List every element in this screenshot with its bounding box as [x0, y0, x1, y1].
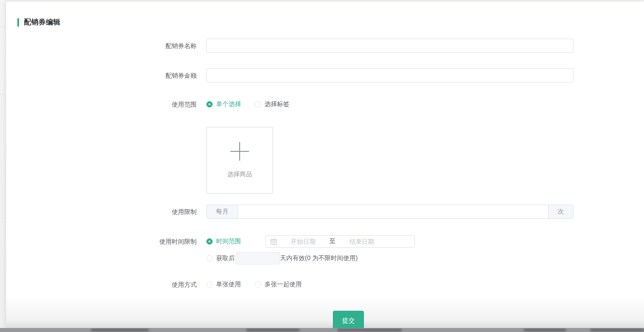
radio-unchecked-icon — [255, 281, 261, 288]
coupon-name-label: 配销券名称 — [6, 39, 202, 53]
date-range-separator: 至 — [329, 237, 336, 245]
radio-single-select[interactable]: 单个选择 — [206, 100, 241, 108]
date-range-picker[interactable]: 至 — [265, 235, 415, 248]
radio-single-select-label: 单个选择 — [216, 100, 241, 108]
radio-unchecked-icon — [206, 281, 213, 288]
time-limit-label: 使用时间限制 — [6, 235, 202, 248]
usage-method-label: 使用方式 — [6, 279, 202, 290]
coupon-amount-label: 配销券金额 — [6, 68, 202, 83]
blurred-content — [337, 329, 402, 331]
blurred-content — [524, 329, 566, 331]
end-date-input[interactable] — [336, 238, 388, 245]
select-product-label: 选择商品 — [227, 170, 252, 178]
radio-time-range[interactable]: 时间范围 — [206, 237, 241, 245]
radio-checked-icon — [206, 101, 213, 107]
radio-days-after-label: 获取后 — [216, 254, 235, 262]
select-product-box[interactable]: 选择商品 — [206, 127, 273, 194]
page-title-text: 配销券编辑 — [24, 18, 61, 27]
coupon-amount-row: 配销券金额 — [6, 68, 644, 83]
radio-select-tag[interactable]: 选择标签 — [255, 100, 289, 108]
radio-unchecked-icon — [206, 255, 213, 261]
usage-limit-label: 使用限制 — [6, 205, 202, 219]
collapsed-sidebar-strip — [0, 0, 6, 332]
coupon-name-input[interactable] — [206, 39, 573, 53]
time-limit-row: 使用时间限制 时间范围 至 — [6, 235, 644, 265]
usage-limit-input[interactable] — [237, 205, 549, 219]
valid-days-suffix: 天内有效(0 为不限时间使用) — [280, 254, 358, 262]
coupon-amount-input[interactable] — [206, 68, 573, 83]
blurred-content — [590, 329, 644, 331]
product-picker-row: 选择商品 — [6, 127, 644, 194]
divider — [0, 94, 6, 95]
coupon-edit-panel: 配销券编辑 配销券名称 配销券金额 使用范围 单个选择 选择标签 — [6, 1, 644, 332]
radio-time-range-label: 时间范围 — [216, 237, 241, 245]
page-title: 配销券编辑 — [17, 17, 644, 27]
blurred-content — [91, 329, 149, 331]
usage-scope-row: 使用范围 单个选择 选择标签 — [6, 99, 644, 110]
usage-limit-prepend: 每月 — [206, 205, 237, 219]
usage-limit-input-group: 每月 次 — [206, 205, 573, 219]
radio-days-after[interactable]: 获取后 — [206, 254, 235, 262]
blurred-content — [246, 329, 300, 331]
usage-limit-append: 次 — [549, 205, 573, 219]
radio-multi-use-label: 多张一起使用 — [265, 281, 302, 289]
divider — [0, 27, 6, 27]
title-accent-bar — [17, 18, 19, 27]
radio-multi-use[interactable]: 多张一起使用 — [255, 281, 302, 289]
radio-single-use-label: 单张使用 — [216, 281, 241, 289]
calendar-icon — [270, 238, 277, 245]
radio-single-use[interactable]: 单张使用 — [206, 281, 241, 289]
background-page-strip — [0, 328, 644, 332]
usage-method-row: 使用方式 单张使用 多张一起使用 — [6, 279, 644, 290]
usage-scope-label: 使用范围 — [6, 99, 202, 110]
start-date-input[interactable] — [277, 238, 329, 245]
plus-icon — [230, 142, 249, 161]
radio-checked-icon — [206, 238, 213, 245]
radio-unchecked-icon — [255, 101, 261, 107]
radio-select-tag-label: 选择标签 — [265, 100, 289, 108]
coupon-name-row: 配销券名称 — [6, 39, 644, 53]
usage-limit-row: 使用限制 每月 次 — [6, 205, 644, 219]
valid-days-input[interactable] — [236, 252, 280, 265]
